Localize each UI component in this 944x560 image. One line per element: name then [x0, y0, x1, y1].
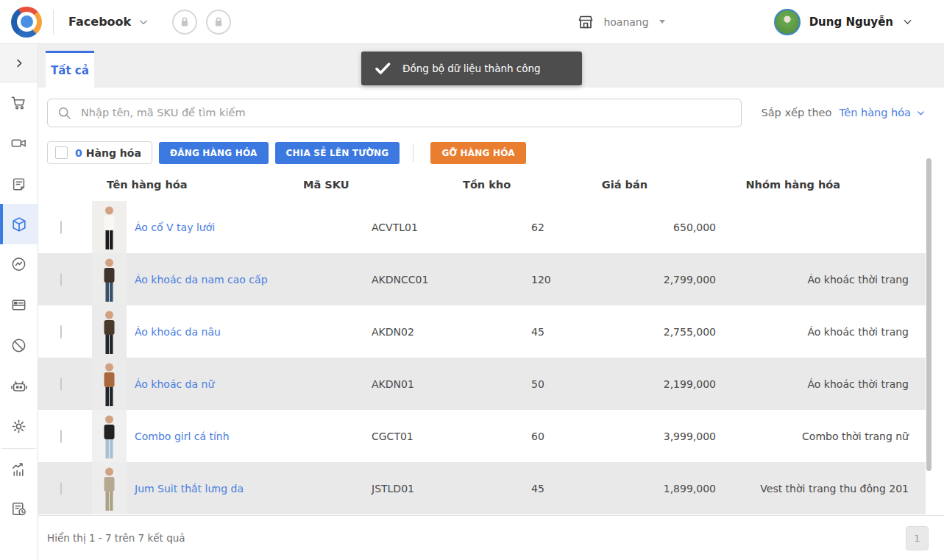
check-icon: [373, 59, 392, 78]
sidebar-item-posts[interactable]: [0, 163, 38, 204]
product-price: 2,799,000: [605, 274, 723, 286]
product-group: Combo thời trang nữ: [723, 430, 926, 442]
product-stock: 62: [531, 221, 605, 233]
product-stock: 45: [531, 483, 605, 495]
sidebar-item-blocklist[interactable]: [0, 325, 38, 366]
chevron-down-icon: [138, 17, 149, 27]
select-all-checkbox[interactable]: [55, 146, 68, 159]
result-summary: Hiển thị 1 - 7 trên 7 kết quả: [47, 532, 185, 544]
selected-count: 0: [75, 147, 82, 159]
shop-page-button-2[interactable]: [206, 10, 231, 35]
col-header-group: Nhóm hàng hóa: [654, 179, 857, 191]
sync-success-toast: Đồng bộ dữ liệu thành công: [361, 52, 582, 85]
product-photo-placeholder: [92, 462, 127, 514]
product-stock: 120: [531, 274, 605, 286]
sidebar: [0, 44, 38, 560]
product-photo-placeholder: [92, 305, 127, 358]
table-row: Combo girl cá tính CGCT01 60 3,999,000 C…: [38, 410, 926, 462]
product-image[interactable]: [92, 358, 127, 410]
col-header-stock: Tồn kho: [463, 179, 536, 191]
store-selector[interactable]: hoanang: [577, 13, 664, 31]
channel-selector[interactable]: Facebook: [68, 15, 149, 29]
cart-icon: [10, 94, 27, 111]
row-checkbox[interactable]: [60, 482, 62, 495]
row-checkbox[interactable]: [60, 325, 62, 339]
ban-icon: [10, 337, 27, 354]
product-name-link[interactable]: Combo girl cá tính: [135, 430, 230, 442]
user-name: Dung Nguyễn: [809, 15, 893, 29]
remove-products-button[interactable]: GỠ HÀNG HÓA: [430, 142, 525, 164]
sidebar-item-messages[interactable]: [0, 244, 38, 285]
search-input[interactable]: [81, 107, 732, 118]
sidebar-item-chatbot[interactable]: [0, 366, 38, 406]
product-name-link[interactable]: Jum Suit thắt lưng da: [135, 483, 244, 495]
selected-label: Hàng hóa: [86, 147, 141, 159]
avatar: [774, 9, 801, 35]
tab-all[interactable]: Tất cả: [46, 51, 94, 88]
shopping-bag-icon: [177, 15, 192, 29]
product-name-link[interactable]: Áo khoác da nữ: [135, 378, 214, 390]
select-all-button[interactable]: 0 Hàng hóa: [47, 141, 152, 164]
product-sku: CGCT01: [372, 430, 531, 442]
product-sku: AKDNCC01: [372, 274, 531, 286]
product-image[interactable]: [92, 462, 127, 514]
product-image[interactable]: [92, 410, 127, 462]
search-box: [47, 99, 742, 127]
product-image[interactable]: [92, 201, 127, 253]
chevron-right-icon: [13, 57, 26, 70]
table-scrollbar[interactable]: [926, 158, 931, 471]
search-icon: [57, 105, 72, 121]
messenger-icon: [10, 256, 27, 273]
news-icon: [11, 176, 27, 192]
sidebar-collapse-button[interactable]: [0, 44, 38, 82]
product-name-link[interactable]: Áo khoác da nam cao cấp: [135, 274, 268, 286]
sidebar-item-products[interactable]: [0, 204, 38, 244]
products-cube-icon: [10, 216, 28, 233]
chevron-down-icon: [916, 108, 926, 118]
product-image[interactable]: [92, 305, 127, 358]
store-name: hoanang: [603, 16, 648, 28]
pagination-footer: Hiển thị 1 - 7 trên 7 kết quả 1: [38, 515, 944, 560]
caret-down-icon: [659, 20, 665, 24]
product-group: Áo khoác thời trang: [723, 326, 926, 338]
chart-icon: [10, 461, 27, 478]
product-sku: JSTLD01: [372, 483, 531, 495]
row-checkbox[interactable]: [60, 273, 62, 286]
sidebar-item-analytics[interactable]: [0, 448, 38, 489]
product-photo-placeholder: [92, 358, 127, 410]
post-products-button[interactable]: ĐĂNG HÀNG HÓA: [159, 142, 269, 164]
sort-label: Sắp xếp theo: [762, 107, 832, 118]
sidebar-item-livestream[interactable]: [0, 123, 38, 163]
report-clock-icon: [10, 500, 27, 517]
row-checkbox[interactable]: [60, 378, 62, 391]
bot-icon: [10, 378, 28, 395]
main-area: Tất cả Sắp xếp theo Tên hàng hóa 0 Hàng …: [38, 44, 944, 560]
channel-label: Facebook: [68, 15, 131, 29]
product-group: Áo khoác thời trang: [723, 274, 926, 286]
toast-message: Đồng bộ dữ liệu thành công: [402, 63, 541, 74]
product-name-link[interactable]: Áo khoác da nâu: [135, 326, 221, 338]
product-group: Vest thời trang thu đông 201: [723, 483, 926, 495]
user-menu[interactable]: Dung Nguyễn: [774, 9, 913, 35]
share-to-wall-button[interactable]: CHIA SẺ LÊN TƯỜNG: [275, 142, 400, 164]
product-photo-placeholder: [92, 201, 127, 253]
col-header-name: Tên hàng hóa: [38, 179, 303, 191]
col-header-sku: Mã SKU: [303, 179, 463, 191]
page-1-button[interactable]: 1: [906, 526, 929, 550]
row-checkbox[interactable]: [60, 430, 62, 443]
toolbar-divider: [413, 144, 414, 162]
product-stock: 60: [531, 430, 605, 442]
sort-dropdown[interactable]: Tên hàng hóa: [839, 107, 926, 118]
sidebar-item-pages[interactable]: [0, 285, 38, 325]
sidebar-item-settings[interactable]: [0, 406, 38, 447]
row-checkbox[interactable]: [60, 221, 62, 234]
shop-page-button[interactable]: [172, 10, 197, 35]
product-image[interactable]: [92, 253, 127, 305]
brand-logo[interactable]: [0, 7, 53, 38]
sidebar-item-orders[interactable]: [0, 82, 38, 123]
sort-value: Tên hàng hóa: [839, 107, 911, 118]
sidebar-item-reports[interactable]: [0, 489, 38, 529]
product-name-link[interactable]: Áo cổ V tay lưới: [135, 221, 215, 233]
top-bar: Facebook hoanang Dung Nguyễn: [0, 0, 944, 44]
search-row: Sắp xếp theo Tên hàng hóa: [38, 88, 944, 138]
